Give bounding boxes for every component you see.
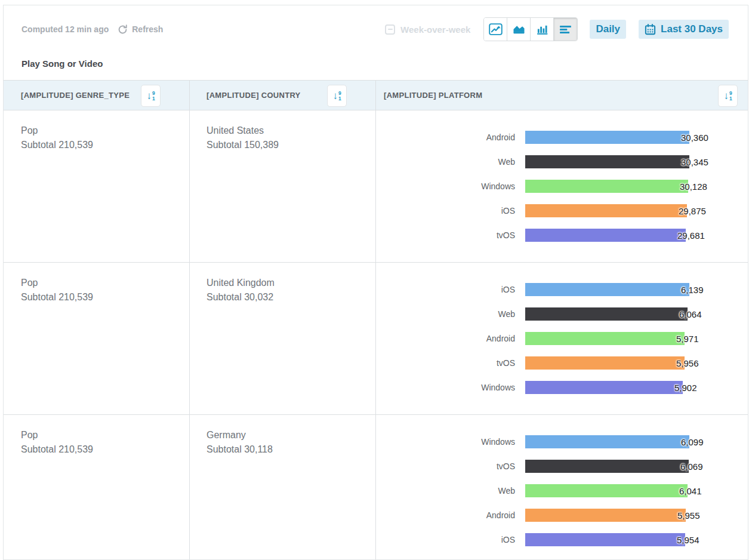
country-cell: United States Subtotal 150,389 bbox=[190, 110, 376, 262]
header-genre-type-label: [AMPLITUDE] GENRE_TYPE bbox=[21, 91, 130, 100]
bar-track: 30,360 bbox=[525, 131, 748, 144]
refresh-label: Refresh bbox=[132, 24, 163, 34]
bar-value: 30,345 bbox=[681, 157, 708, 167]
bar[interactable] bbox=[525, 484, 688, 497]
country-subtotal: Subtotal 30,118 bbox=[207, 442, 375, 457]
bar[interactable] bbox=[525, 155, 689, 168]
platform-label: Web bbox=[376, 486, 515, 496]
sort-platform-button[interactable]: ↓ 9 1 bbox=[718, 85, 738, 107]
bar-track: 6,064 bbox=[525, 307, 748, 321]
genre-subtotal: Subtotal 210,539 bbox=[21, 442, 189, 457]
bar-value: 6,139 bbox=[681, 285, 704, 295]
country-cell: United Kingdom Subtotal 30,032 bbox=[190, 263, 376, 414]
bar-row: iOS5,954 bbox=[376, 533, 748, 546]
table-row: Pop Subtotal 210,539 United States Subto… bbox=[4, 110, 748, 263]
country-name: United States bbox=[207, 124, 375, 138]
sort-descending-icon: ↓ 9 1 bbox=[723, 91, 732, 101]
horizontal-bar-chart-button[interactable] bbox=[554, 18, 577, 41]
bar-row: Android30,360 bbox=[376, 131, 748, 144]
bar[interactable] bbox=[525, 356, 685, 370]
bar-row: iOS29,875 bbox=[376, 204, 748, 217]
dashboard-card: Computed 12 min ago Refresh Week-over-we… bbox=[3, 5, 748, 560]
country-subtotal: Subtotal 30,032 bbox=[207, 290, 375, 304]
bar-row: tvOS29,681 bbox=[376, 229, 748, 242]
chart-type-button-group bbox=[483, 17, 578, 41]
bar-value: 6,099 bbox=[681, 437, 704, 447]
bar-value: 5,954 bbox=[677, 535, 699, 545]
bar-row: Android5,955 bbox=[376, 509, 748, 522]
column-chart-button[interactable] bbox=[531, 18, 554, 41]
bar[interactable] bbox=[525, 131, 689, 144]
week-over-week-label: Week-over-week bbox=[400, 24, 470, 35]
bar[interactable] bbox=[525, 435, 689, 448]
genre-subtotal: Subtotal 210,539 bbox=[21, 290, 189, 304]
bar[interactable] bbox=[525, 307, 688, 321]
bar[interactable] bbox=[525, 533, 685, 546]
bar-row: Web30,345 bbox=[376, 155, 748, 168]
refresh-button[interactable]: Refresh bbox=[117, 24, 163, 35]
genre-name: Pop bbox=[21, 428, 189, 442]
bar-track: 5,971 bbox=[525, 332, 748, 345]
platform-label: iOS bbox=[376, 535, 515, 544]
genre-cell: Pop Subtotal 210,539 bbox=[4, 415, 190, 560]
bar-track: 6,041 bbox=[525, 484, 748, 497]
table-body: Pop Subtotal 210,539 United States Subto… bbox=[4, 110, 748, 560]
platform-label: iOS bbox=[376, 285, 515, 294]
bar[interactable] bbox=[525, 509, 686, 522]
bar-value: 29,875 bbox=[679, 206, 706, 216]
header-country-label: [AMPLITUDE] COUNTRY bbox=[207, 91, 301, 100]
bar-value: 30,360 bbox=[681, 133, 708, 143]
week-over-week-toggle[interactable]: Week-over-week bbox=[385, 24, 470, 35]
date-range-button[interactable]: Last 30 Days bbox=[639, 20, 729, 39]
genre-name: Pop bbox=[21, 276, 189, 290]
bar[interactable] bbox=[525, 283, 689, 296]
bar-track: 5,956 bbox=[525, 356, 748, 370]
bar[interactable] bbox=[525, 204, 687, 217]
genre-cell: Pop Subtotal 210,539 bbox=[4, 263, 190, 414]
bar-value: 5,971 bbox=[676, 334, 699, 344]
bar[interactable] bbox=[525, 229, 686, 242]
genre-cell: Pop Subtotal 210,539 bbox=[4, 110, 190, 262]
header-country: [AMPLITUDE] COUNTRY ↓ 9 1 bbox=[190, 81, 376, 110]
bar-value: 6,041 bbox=[679, 486, 702, 496]
table-row: Pop Subtotal 210,539 Germany Subtotal 30… bbox=[4, 415, 748, 560]
platform-label: Web bbox=[376, 309, 515, 319]
event-title: Play Song or Video bbox=[21, 59, 748, 69]
week-over-week-checkbox[interactable] bbox=[385, 24, 395, 35]
bar-row: Windows6,099 bbox=[376, 435, 748, 448]
country-name: United Kingdom bbox=[207, 276, 375, 290]
bar-track: 30,128 bbox=[525, 180, 748, 193]
date-range-label: Last 30 Days bbox=[661, 23, 723, 35]
bar-track: 6,099 bbox=[525, 435, 748, 448]
country-cell: Germany Subtotal 30,118 bbox=[190, 415, 376, 560]
bar-row: Windows5,902 bbox=[376, 381, 748, 394]
bar-value: 6,064 bbox=[679, 309, 702, 319]
bar-track: 30,345 bbox=[525, 155, 748, 168]
sort-genre-type-button[interactable]: ↓ 9 1 bbox=[141, 85, 161, 107]
line-chart-button[interactable] bbox=[484, 18, 507, 41]
header-platform-label: [AMPLITUDE] PLATFORM bbox=[384, 91, 482, 100]
bar[interactable] bbox=[525, 460, 689, 473]
bar-track: 5,954 bbox=[525, 533, 748, 546]
bar[interactable] bbox=[525, 332, 685, 345]
bar-value: 5,956 bbox=[676, 358, 699, 368]
computed-timestamp: Computed 12 min ago bbox=[21, 24, 109, 34]
area-chart-button[interactable] bbox=[507, 18, 531, 41]
bar[interactable] bbox=[525, 180, 688, 193]
sort-descending-icon: ↓ 9 1 bbox=[332, 91, 341, 101]
platform-label: Windows bbox=[376, 181, 515, 191]
interval-daily-button[interactable]: Daily bbox=[590, 20, 626, 39]
country-subtotal: Subtotal 150,389 bbox=[207, 138, 375, 152]
platform-label: Windows bbox=[376, 383, 515, 392]
platform-label: tvOS bbox=[376, 358, 515, 368]
bar-row: Web6,041 bbox=[376, 484, 748, 497]
bar[interactable] bbox=[525, 381, 683, 394]
bar-row: tvOS5,956 bbox=[376, 356, 748, 370]
sort-country-button[interactable]: ↓ 9 1 bbox=[327, 85, 347, 107]
header-genre-type: [AMPLITUDE] GENRE_TYPE ↓ 9 1 bbox=[4, 81, 190, 110]
platform-label: tvOS bbox=[376, 230, 515, 240]
genre-subtotal: Subtotal 210,539 bbox=[21, 138, 189, 152]
toolbar-right: Week-over-week bbox=[385, 17, 729, 41]
interval-label: Daily bbox=[596, 23, 620, 35]
bar-value: 6,069 bbox=[680, 461, 703, 472]
